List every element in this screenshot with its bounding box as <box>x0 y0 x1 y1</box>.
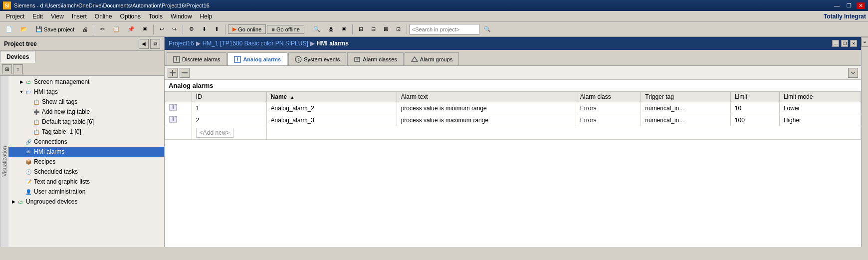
save-button[interactable]: 💾 Save project <box>32 23 78 35</box>
col-header-alarm-class[interactable]: Alarm class <box>576 92 641 102</box>
search-button[interactable]: 🔍 <box>480 23 494 35</box>
new-button[interactable]: 📄 <box>2 23 16 35</box>
row1-trigger-tag[interactable]: numerical_in... <box>641 102 731 114</box>
alarm-table-container[interactable]: ID Name ▲ Alarm text Alarm class Trigger… <box>165 91 861 247</box>
tab-analog-alarms[interactable]: Analog alarms <box>227 52 287 65</box>
sidebar-item-scheduled-tasks[interactable]: 🕐 Scheduled tasks <box>8 167 164 177</box>
row2-alarm-text[interactable]: process value is maximum range <box>397 114 576 126</box>
menu-edit[interactable]: Edit <box>28 12 47 21</box>
row1-limit[interactable]: 10 <box>730 102 779 114</box>
delete-button[interactable]: ✖ <box>139 23 151 35</box>
breadcrumb-device[interactable]: HM_1 [TP1500 Basic color PN SIPLUS] <box>203 40 308 47</box>
row2-limit[interactable]: 100 <box>730 114 779 126</box>
delete-icon: ✖ <box>143 26 147 32</box>
tab-devices[interactable]: Devices <box>0 51 35 63</box>
row1-limit-mode[interactable]: Lower <box>779 102 861 114</box>
window-restore-btn[interactable]: ❐ <box>841 40 848 47</box>
row2-limit-mode[interactable]: Higher <box>779 114 861 126</box>
alarm-classes-icon <box>354 56 361 63</box>
svg-rect-13 <box>172 70 173 76</box>
sidebar-item-hmi-tags[interactable]: ▼ 🏷 HMI tags <box>8 87 164 97</box>
window-close-btn[interactable]: ✕ <box>850 40 857 47</box>
print-button[interactable]: 🖨 <box>79 23 91 35</box>
menu-tools[interactable]: Tools <box>145 12 167 21</box>
row2-alarm-class[interactable]: Errors <box>576 114 641 126</box>
redo-button[interactable]: ↪ <box>169 23 180 35</box>
expand-btn[interactable] <box>848 68 858 78</box>
col-header-id[interactable]: ID <box>192 92 266 102</box>
col-header-limit-mode[interactable]: Limit mode <box>779 92 861 102</box>
undo-button[interactable]: ↩ <box>156 23 168 35</box>
sidebar-collapse-btn[interactable]: ◀ <box>139 39 149 49</box>
add-new-cell[interactable]: <Add new> <box>192 126 266 140</box>
col-header-alarm-text[interactable]: Alarm text <box>397 92 576 102</box>
disconnect-button[interactable]: ✖ <box>338 23 350 35</box>
go-online-button[interactable]: ▶ Go online <box>228 24 266 34</box>
right-panel-btn1[interactable]: ≡ <box>862 37 868 47</box>
delete-row-btn[interactable] <box>180 68 190 78</box>
sidebar-item-hmi-alarms[interactable]: ✉ HMI alarms <box>8 147 164 157</box>
sidebar-item-user-administration[interactable]: 👤 User administration <box>8 187 164 197</box>
compile-button[interactable]: ⚙ <box>186 23 198 35</box>
tab-discrete-alarms[interactable]: Discrete alarms <box>167 52 226 65</box>
menu-online[interactable]: Online <box>91 12 116 21</box>
window-minimize-btn[interactable]: — <box>832 40 839 47</box>
tree-arrow-screen: ▶ <box>18 79 24 85</box>
title-close[interactable]: ✕ <box>857 2 865 9</box>
sidebar-item-screen-management[interactable]: ▶ 🗂 Screen management <box>8 77 164 87</box>
sidebar-item-ungrouped-devices[interactable]: ▶ 🗂 Ungrouped devices <box>8 197 164 207</box>
breadcrumb-project[interactable]: Project16 <box>169 40 194 47</box>
menu-window[interactable]: Window <box>167 12 196 21</box>
cut-button[interactable]: ✂ <box>97 23 108 35</box>
menu-insert[interactable]: Insert <box>68 12 91 21</box>
sidebar-item-recipes[interactable]: 📦 Recipes <box>8 157 164 167</box>
sidebar-detach-btn[interactable]: ⧉ <box>150 39 160 49</box>
tab-system-events[interactable]: System events <box>288 52 346 65</box>
menu-help[interactable]: Help <box>196 12 217 21</box>
row1-alarm-text[interactable]: process value is minimum range <box>397 102 576 114</box>
upload-button[interactable]: ⬆ <box>211 23 222 35</box>
sidebar-item-text-graphic-lists[interactable]: 📝 Text and graphic lists <box>8 177 164 187</box>
search-input[interactable] <box>410 24 479 35</box>
sidebar-list-view-btn[interactable]: ≡ <box>13 64 23 74</box>
network-button[interactable]: 🖧 <box>325 23 337 35</box>
sidebar-item-add-tag-table[interactable]: ➕ Add new tag table <box>8 107 164 117</box>
sidebar-tab-bar: Devices <box>0 51 164 63</box>
tab-alarm-groups[interactable]: Alarm groups <box>405 52 459 65</box>
table-row[interactable]: 1 Analog_alarm_2 process value is minimu… <box>165 102 861 114</box>
add-new-row[interactable]: <Add new> <box>165 126 861 140</box>
row2-name[interactable]: Analog_alarm_3 <box>266 114 397 126</box>
sidebar-grid-view-btn[interactable]: ⊞ <box>2 64 12 74</box>
copy-button[interactable]: 📋 <box>109 23 123 35</box>
title-restore[interactable]: ❐ <box>845 2 854 9</box>
row1-name[interactable]: Analog_alarm_2 <box>266 102 397 114</box>
col-header-trigger-tag[interactable]: Trigger tag <box>641 92 731 102</box>
sidebar-item-show-all-tags[interactable]: 📋 Show all tags <box>8 97 164 107</box>
open-button[interactable]: 📂 <box>17 23 31 35</box>
title-minimize[interactable]: — <box>832 2 842 9</box>
col-header-name[interactable]: Name ▲ <box>266 92 397 102</box>
sidebar-item-default-tag-table[interactable]: 📋 Default tag table [6] <box>8 117 164 127</box>
layout2-button[interactable]: ⊟ <box>368 23 379 35</box>
layout4-button[interactable]: ⊡ <box>393 23 404 35</box>
scheduled-tasks-icon: 🕐 <box>24 168 32 176</box>
sidebar-item-connections[interactable]: 🔗 Connections <box>8 137 164 147</box>
add-row-btn[interactable] <box>168 68 178 78</box>
tab-alarm-classes[interactable]: Alarm classes <box>347 52 403 65</box>
layout3-button[interactable]: ⊠ <box>380 23 392 35</box>
go-offline-button[interactable]: ■ Go offline <box>267 25 304 34</box>
title-text: Siemens - d:\Users\iamch\OneDrive\Docume… <box>14 2 210 8</box>
svg-point-8 <box>298 60 299 61</box>
table-row[interactable]: 2 Analog_alarm_3 process value is maximu… <box>165 114 861 126</box>
download-button[interactable]: ⬇ <box>199 23 210 35</box>
row1-alarm-class[interactable]: Errors <box>576 102 641 114</box>
paste-button[interactable]: 📌 <box>124 23 138 35</box>
col-header-limit[interactable]: Limit <box>730 92 779 102</box>
menu-options[interactable]: Options <box>116 12 145 21</box>
sidebar-item-tag-table-1[interactable]: 📋 Tag table_1 [0] <box>8 127 164 137</box>
layout1-button[interactable]: ⊞ <box>355 23 367 35</box>
diagnostics-button[interactable]: 🔍 <box>310 23 324 35</box>
menu-view[interactable]: View <box>47 12 68 21</box>
menu-project[interactable]: Project <box>2 12 28 21</box>
row2-trigger-tag[interactable]: numerical_in... <box>641 114 731 126</box>
